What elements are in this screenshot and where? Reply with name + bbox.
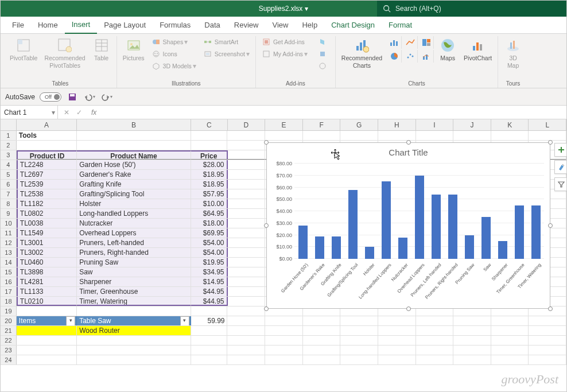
cell[interactable] [227, 141, 265, 150]
col-header[interactable]: L [529, 119, 566, 130]
cell[interactable] [191, 306, 228, 316]
cell[interactable] [228, 297, 266, 306]
cell[interactable] [228, 228, 266, 238]
cell[interactable] [77, 346, 191, 355]
cell[interactable] [340, 355, 378, 364]
combo-chart-icon[interactable] [419, 50, 434, 63]
cell[interactable] [416, 316, 454, 325]
row-header[interactable]: 8 [1, 199, 17, 208]
cell[interactable]: Timer, Watering [77, 297, 191, 306]
3d-map-button[interactable]: 3D Map [502, 36, 525, 70]
cell[interactable]: TL2538 [17, 189, 77, 199]
chart-bar[interactable] [415, 176, 424, 259]
resize-handle[interactable] [406, 140, 411, 145]
cell[interactable] [303, 336, 341, 345]
cell[interactable] [378, 355, 416, 364]
cell[interactable] [529, 346, 566, 355]
cell[interactable] [491, 346, 529, 355]
cell[interactable] [491, 316, 529, 325]
cell[interactable]: TL2697 [17, 170, 77, 179]
cell[interactable] [416, 355, 454, 364]
cell[interactable]: TL4281 [17, 277, 77, 286]
cell[interactable] [17, 346, 77, 355]
cell[interactable]: $54.00 [191, 248, 228, 257]
cell[interactable]: Gardener's Rake [77, 170, 191, 179]
chart-bar[interactable] [432, 195, 441, 259]
cell[interactable]: $69.95 [191, 228, 228, 238]
cell[interactable] [491, 336, 529, 345]
cell[interactable]: Tools [17, 131, 77, 140]
pictures-button[interactable]: Pictures [121, 36, 147, 63]
cell[interactable]: $44.95 [191, 287, 228, 296]
cell[interactable] [228, 150, 266, 160]
pivotchart-button[interactable]: PivotChart [461, 36, 494, 63]
cell[interactable] [416, 326, 454, 335]
resize-handle[interactable] [264, 140, 269, 145]
chart-bar[interactable] [365, 247, 374, 259]
row-header[interactable]: 12 [1, 238, 17, 247]
cell[interactable]: $14.95 [191, 277, 228, 286]
chart-bar[interactable] [398, 238, 407, 259]
tab-view[interactable]: View [265, 17, 295, 34]
tab-chart-design[interactable]: Chart Design [324, 17, 382, 34]
cell[interactable]: TL0038 [17, 219, 77, 228]
tab-page-layout[interactable]: Page Layout [97, 17, 153, 34]
row-header[interactable]: 23 [1, 346, 17, 355]
select-all-corner[interactable] [1, 119, 17, 130]
col-header[interactable]: F [303, 119, 341, 130]
cell[interactable] [416, 336, 454, 345]
resize-handle[interactable] [264, 223, 269, 228]
autosave-toggle[interactable]: Off [40, 92, 61, 102]
col-header[interactable]: K [491, 119, 529, 130]
resize-handle[interactable] [406, 306, 411, 311]
cell[interactable] [191, 141, 228, 150]
row-header[interactable]: 9 [1, 209, 17, 218]
enter-icon[interactable]: ✓ [76, 108, 82, 117]
cancel-icon[interactable]: ✕ [64, 108, 69, 117]
col-header[interactable]: E [265, 119, 303, 130]
formula-input[interactable] [100, 106, 566, 119]
cell[interactable] [378, 336, 416, 345]
cell[interactable]: TL3898 [17, 267, 77, 277]
resize-handle[interactable] [548, 140, 553, 145]
row-header[interactable]: 7 [1, 189, 17, 199]
cell[interactable]: Items [17, 316, 77, 325]
treemap-icon[interactable] [419, 36, 434, 49]
cell[interactable]: Table Saw [77, 316, 191, 325]
chart-bar[interactable] [348, 190, 358, 259]
cell[interactable]: TL1182 [17, 199, 77, 208]
cell[interactable] [228, 189, 266, 199]
cell[interactable]: Timer, Greenhouse [77, 287, 191, 296]
recommended-pivottables-button[interactable]: Recommended PivotTables [42, 36, 87, 70]
cell[interactable]: Long-handled Loppers [77, 209, 191, 218]
cell[interactable] [77, 355, 191, 364]
cell[interactable]: Pruners, Left-handed [77, 238, 191, 247]
row-header[interactable]: 16 [1, 277, 17, 286]
cell[interactable] [77, 336, 191, 345]
cell[interactable] [416, 131, 454, 140]
tab-formulas[interactable]: Formulas [153, 17, 197, 34]
chart-bar[interactable] [332, 236, 341, 259]
worksheet[interactable]: ABCDEFGHIJKL 1Tools23Product IDProduct N… [1, 119, 566, 365]
cell[interactable]: TL3002 [17, 248, 77, 257]
row-header[interactable]: 3 [1, 150, 17, 160]
cell[interactable]: Pruners, Right-handed [77, 248, 191, 257]
row-header[interactable]: 4 [1, 160, 17, 169]
cell[interactable] [228, 248, 266, 257]
cell[interactable] [227, 316, 265, 325]
tab-data[interactable]: Data [197, 17, 227, 34]
get-addins-button[interactable]: Get Add-ins [259, 36, 310, 48]
col-header[interactable]: A [17, 119, 77, 130]
maps-button[interactable]: Maps [436, 36, 459, 63]
cell[interactable] [491, 131, 529, 140]
icons-button[interactable]: Icons [149, 48, 199, 60]
recommended-charts-button[interactable]: Recommended Charts [339, 36, 385, 70]
undo-button[interactable]: ▾ [83, 91, 96, 103]
tab-review[interactable]: Review [227, 17, 266, 34]
cell[interactable] [17, 306, 77, 316]
chart-bar[interactable] [481, 217, 491, 259]
cell[interactable] [228, 287, 266, 296]
row-header[interactable]: 14 [1, 258, 17, 267]
cell[interactable]: Sharpener [77, 277, 191, 286]
cell[interactable] [227, 346, 265, 355]
